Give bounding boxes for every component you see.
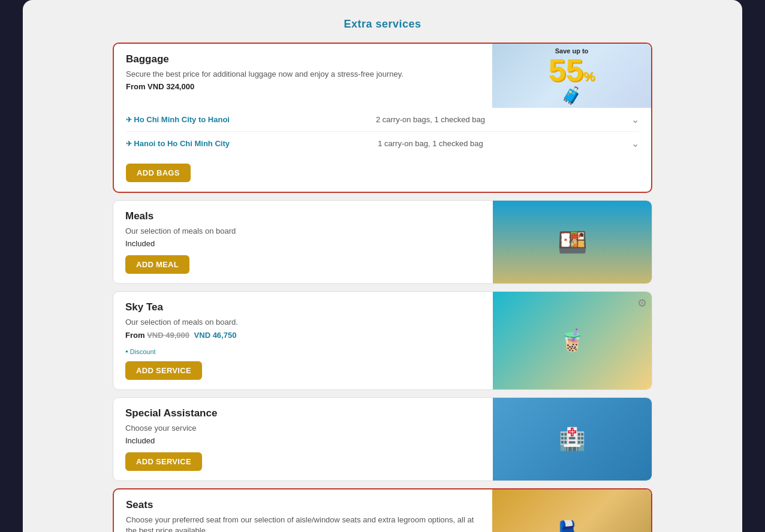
skytea-title: Sky Tea — [125, 301, 481, 313]
skytea-description: Our selection of meals on board. — [125, 317, 481, 328]
skytea-price-old: VND 49,000 — [147, 331, 189, 340]
baggage-image: Save up to 55 % 🧳 — [492, 44, 651, 108]
seats-card: Seats Choose your preferred seat from ou… — [113, 488, 652, 532]
seats-description: Choose your preferred seat from our sele… — [126, 515, 480, 532]
skytea-img-visual: ⚙ 🧋 — [493, 292, 652, 389]
baggage-price: From VND 324,000 — [126, 82, 480, 91]
gear-icon: ⚙ — [637, 297, 647, 310]
save-percent: % — [583, 68, 595, 84]
add-special-assistance-button[interactable]: ADD SERVICE — [125, 452, 202, 471]
meals-card: Meals Our selection of meals on board In… — [113, 200, 652, 284]
add-bags-button[interactable]: ADD BAGS — [126, 164, 191, 182]
route-row-2[interactable]: Hanoi to Ho Chi Minh City 1 carry-on bag… — [126, 132, 639, 155]
route-info-2: 1 carry-on bag, 1 checked bag — [378, 139, 483, 148]
add-meal-button[interactable]: ADD MEAL — [125, 255, 189, 274]
main-screen: Extra services Baggage Secure the best p… — [23, 0, 742, 532]
baggage-card: Baggage Secure the best price for additi… — [113, 43, 652, 193]
skytea-price-prefix: From — [125, 331, 145, 340]
special-assistance-title: Special Assistance — [125, 407, 481, 419]
add-skytea-button[interactable]: ADD SERVICE — [125, 361, 202, 380]
seats-title: Seats — [126, 499, 480, 511]
meals-status: Included — [125, 239, 481, 248]
meals-img-visual: 🍱 — [493, 201, 652, 283]
special-assistance-card: Special Assistance Choose your service I… — [113, 397, 652, 481]
baggage-routes: Ho Chi Minh City to Hanoi 2 carry-on bag… — [114, 108, 651, 192]
save-number: 55 — [549, 54, 583, 85]
baggage-content: Baggage Secure the best price for additi… — [114, 44, 492, 108]
route-row-1[interactable]: Ho Chi Minh City to Hanoi 2 carry-on bag… — [126, 108, 639, 132]
skytea-price-new: VND 46,750 — [194, 331, 237, 340]
route-label-1: Ho Chi Minh City to Hanoi — [126, 115, 230, 124]
seats-content: Seats Choose your preferred seat from ou… — [114, 489, 492, 532]
meals-title: Meals — [125, 210, 481, 222]
special-assistance-description: Choose your service — [125, 423, 481, 434]
seats-img-visual: 💺 — [492, 489, 651, 532]
meals-content: Meals Our selection of meals on board In… — [113, 201, 493, 283]
seats-image: 💺 — [492, 489, 651, 532]
chevron-icon-2: ⌄ — [631, 138, 639, 149]
special-assistance-content: Special Assistance Choose your service I… — [113, 398, 493, 480]
chevron-icon-1: ⌄ — [631, 114, 639, 125]
baggage-title: Baggage — [126, 53, 480, 65]
special-assistance-status: Included — [125, 436, 481, 445]
baggage-description: Secure the best price for additional lug… — [126, 69, 480, 80]
meals-description: Our selection of meals on board — [125, 226, 481, 237]
discount-badge: Discount — [125, 348, 481, 355]
skytea-price: From VND 49,000 VND 46,750 — [125, 331, 481, 340]
meals-image: 🍱 — [493, 201, 652, 283]
services-container: Baggage Secure the best price for additi… — [113, 43, 652, 532]
assistance-img-visual: 🏥 — [493, 398, 652, 480]
page-title: Extra services — [35, 18, 730, 31]
skytea-content: Sky Tea Our selection of meals on board.… — [113, 292, 493, 389]
skytea-card: Sky Tea Our selection of meals on board.… — [113, 291, 652, 389]
route-info-1: 2 carry-on bags, 1 checked bag — [376, 115, 485, 124]
save-badge: Save up to 55 % 🧳 — [549, 47, 595, 105]
skytea-image: ⚙ 🧋 — [493, 292, 652, 389]
special-assistance-image: 🏥 — [493, 398, 652, 480]
route-label-2: Hanoi to Ho Chi Minh City — [126, 139, 230, 148]
